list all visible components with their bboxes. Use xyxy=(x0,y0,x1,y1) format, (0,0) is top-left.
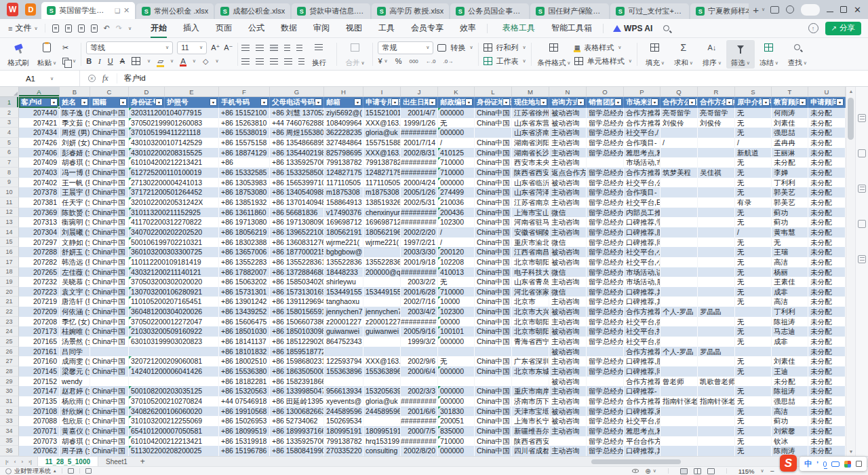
cell[interactable]: 000000 xyxy=(438,178,475,188)
cell[interactable]: 留学总经办 xyxy=(587,307,624,317)
cell[interactable]: 102300 xyxy=(438,307,475,317)
row-number-7[interactable]: 7 xyxy=(0,157,19,168)
cell[interactable]: 2003/3/30 xyxy=(401,247,438,257)
cell[interactable]: 207378 xyxy=(19,187,60,197)
align-center-icon[interactable] xyxy=(256,58,264,64)
cell[interactable]: +86 18099519 xyxy=(219,426,270,436)
cell[interactable]: 2002/9/6 xyxy=(401,356,438,366)
cell[interactable] xyxy=(698,178,735,188)
cell[interactable]: 上海市宝山 xyxy=(512,208,549,218)
cell[interactable]: +86 15332585 xyxy=(219,168,270,178)
column-letter-F[interactable]: F xyxy=(219,87,270,97)
cell[interactable]: 山东省青岛 xyxy=(512,277,549,287)
filter-dropdown-icon[interactable]: ▼ xyxy=(391,98,399,106)
cell[interactable]: 蓟功 xyxy=(772,416,808,426)
cell[interactable]: 留学总经办 xyxy=(587,297,624,307)
cell[interactable]: 强思喆 xyxy=(772,128,808,138)
cell[interactable]: 无 xyxy=(735,247,772,257)
row-number-5[interactable]: 5 xyxy=(0,138,19,148)
cell[interactable]: 成非 xyxy=(772,287,808,297)
cell[interactable]: 无 xyxy=(735,406,772,417)
cell[interactable]: chenxinyur xyxy=(363,208,401,218)
cell[interactable] xyxy=(129,377,219,387)
filter-dropdown-icon[interactable]: ▼ xyxy=(502,98,510,106)
cell[interactable]: 胡睿琪 (女) xyxy=(60,436,90,446)
cell[interactable]: 124827175 xyxy=(324,168,363,178)
cell[interactable]: 无 xyxy=(735,168,772,178)
cell[interactable]: 无 xyxy=(735,128,772,138)
number-format-select[interactable]: 常规∨ xyxy=(378,41,433,54)
cell[interactable]: +86 15536380 xyxy=(219,366,270,377)
row-number-26[interactable]: 26 xyxy=(0,347,19,357)
cell[interactable]: 2002/5/31 xyxy=(401,197,438,208)
row-number-33[interactable]: 33 xyxy=(0,416,19,426)
cell[interactable]: China中国 xyxy=(90,366,129,377)
sum-button[interactable]: Σ 求和∨ xyxy=(669,40,698,69)
cell[interactable]: 社交平台,微博 xyxy=(624,416,660,426)
cell[interactable] xyxy=(660,356,698,366)
document-tab[interactable]: S国任财产保险样本.xl xyxy=(530,3,609,19)
column-letter-I[interactable]: I xyxy=(363,87,401,97)
cell[interactable]: 王一帆 (男) xyxy=(60,178,90,188)
scroll-up-icon[interactable]: ▲ xyxy=(846,89,856,94)
row-number-30[interactable]: 30 xyxy=(0,386,19,396)
cell[interactable]: 梁馨元 (女) xyxy=(60,366,90,377)
cell[interactable] xyxy=(660,208,698,218)
cell[interactable]: 亮哥留学 xyxy=(660,108,698,118)
cell[interactable]: 陈祖涛 xyxy=(772,386,808,396)
cell[interactable]: 135522836 xyxy=(324,257,363,267)
cell[interactable]: 刘俊伶 xyxy=(660,118,698,128)
cell[interactable]: 留学总经办 xyxy=(587,277,624,287)
cell[interactable]: 赵君婷 (女) xyxy=(60,386,90,396)
cell[interactable]: 未分配 xyxy=(808,337,846,347)
eye-icon[interactable] xyxy=(632,469,639,473)
cell[interactable]: 100101 xyxy=(438,326,475,337)
cell[interactable]: 亮哥留学 xyxy=(698,108,735,118)
cell[interactable] xyxy=(363,337,401,347)
cell[interactable]: 2001/7/14 xyxy=(401,138,438,148)
cell[interactable]: +86 1335925706 xyxy=(270,436,324,446)
cell[interactable]: guiwanwei xyxy=(363,326,401,337)
cell[interactable]: +86 1339985047 xyxy=(270,386,324,396)
row-number-2[interactable]: 2 xyxy=(0,108,19,118)
cell[interactable]: 陕西省西安 xyxy=(512,168,549,178)
cell[interactable] xyxy=(660,416,698,426)
align-top-icon[interactable] xyxy=(241,45,250,51)
cell[interactable] xyxy=(587,377,624,387)
paste-button[interactable]: 粘贴∨ xyxy=(33,40,61,69)
cell[interactable]: 271302200004241013 xyxy=(129,178,219,188)
cell[interactable]: 207232 xyxy=(19,277,60,287)
cell[interactable] xyxy=(698,157,735,168)
cell[interactable]: 169698712 xyxy=(363,217,401,227)
row-number-23[interactable]: 23 xyxy=(0,317,19,327)
cell[interactable] xyxy=(512,347,549,357)
cell[interactable]: 207297 xyxy=(19,238,60,248)
cell[interactable]: 留学总经办 xyxy=(587,436,624,446)
cell[interactable]: 上海市长宁 xyxy=(512,416,549,426)
filter-dropdown-icon[interactable]: ▼ xyxy=(762,98,770,106)
cell[interactable] xyxy=(401,347,438,357)
cell[interactable]: 2002/8/31 xyxy=(401,148,438,158)
cell[interactable]: China中国 xyxy=(90,178,129,188)
cell[interactable]: China中国 xyxy=(90,426,129,436)
cell[interactable]: +86 1585034020 xyxy=(270,277,324,287)
cell[interactable]: 山东省济南 xyxy=(512,128,549,138)
cell[interactable]: 未分配 xyxy=(808,267,846,278)
cell[interactable]: 留学总经办 xyxy=(587,416,624,426)
upload-cloud-icon[interactable]: ↑ xyxy=(808,23,818,33)
cell[interactable]: 强思喆 xyxy=(772,396,808,406)
cell[interactable]: 无 xyxy=(735,317,772,327)
row-number-21[interactable]: 21 xyxy=(0,297,19,307)
formula-input[interactable]: 客户id xyxy=(117,73,146,83)
cell[interactable]: 无 xyxy=(735,396,772,406)
column-letter-U[interactable]: U xyxy=(808,87,846,97)
cell[interactable] xyxy=(90,377,129,387)
cell[interactable]: 吴佳祺 xyxy=(698,168,735,178)
cell[interactable]: ######### xyxy=(401,157,438,168)
cell[interactable]: ######### xyxy=(401,168,438,178)
column-letter-R[interactable]: R xyxy=(698,87,735,97)
cell[interactable]: China中国 xyxy=(90,416,129,426)
cell[interactable]: China中国 xyxy=(475,406,512,417)
cell[interactable]: 未分配 xyxy=(808,157,846,168)
cell[interactable]: 王迪 xyxy=(772,366,808,377)
